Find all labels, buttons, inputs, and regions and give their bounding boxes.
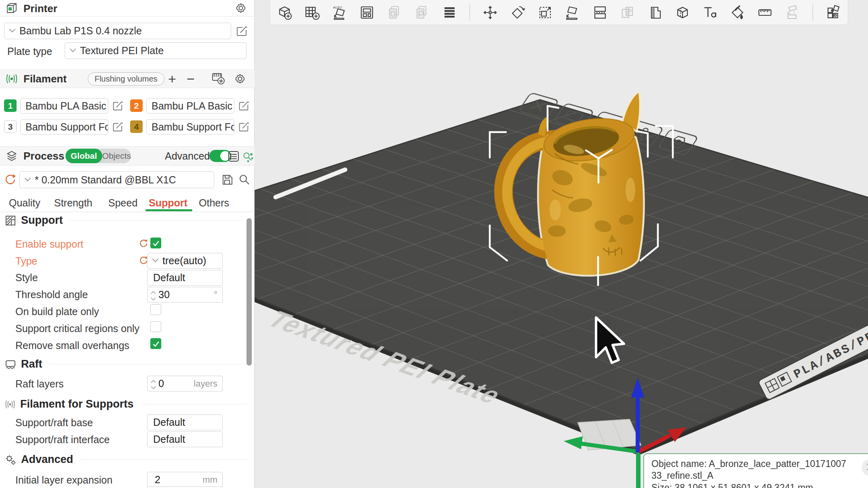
scope-objects[interactable]: Objects [102, 151, 131, 161]
critical-regions-label: Support critical regions only [15, 323, 139, 334]
paste-icon[interactable] [413, 4, 431, 21]
toolbar-separator [813, 4, 813, 21]
assembly-icon[interactable] [784, 4, 801, 21]
support-paint-icon[interactable] [646, 4, 664, 21]
color-paint-icon[interactable] [729, 4, 746, 21]
advanced-group-title: Advanced [21, 453, 73, 466]
chevron-down-icon [152, 256, 159, 263]
process-section-title: Process [23, 150, 64, 162]
remove-overhangs-checkbox[interactable] [150, 338, 161, 349]
axis-green-arrow [564, 436, 583, 449]
support-raft-interface-select[interactable]: Default [147, 431, 223, 447]
tab-speed[interactable]: Speed [108, 197, 137, 209]
rotate-icon[interactable] [509, 4, 527, 21]
mirror-icon[interactable] [619, 4, 636, 21]
threshold-angle-input[interactable]: 30 ° [147, 287, 223, 303]
enable-support-checkbox[interactable] [150, 238, 161, 248]
panel-scrollbar[interactable] [246, 218, 252, 366]
initial-layer-expansion-label: Initial layer expansion [15, 474, 112, 486]
measure-icon[interactable] [756, 4, 774, 21]
cut-icon[interactable] [591, 4, 609, 21]
tab-support[interactable]: Support [149, 197, 188, 209]
active-tab-underline [145, 209, 192, 211]
text-tool-icon[interactable] [701, 4, 719, 21]
copy-icon[interactable] [386, 4, 403, 21]
variable-layer-height-icon[interactable] [440, 4, 458, 21]
plate-type-label: Plate type [7, 46, 52, 57]
flushing-volumes-button[interactable]: Flushing volumes [88, 72, 164, 86]
build-plate-only-label: On build plate only [15, 306, 99, 318]
critical-regions-checkbox[interactable] [150, 321, 161, 332]
process-preset-select[interactable]: * 0.20mm Standard @BBL X1C [19, 171, 214, 188]
tab-quality[interactable]: Quality [9, 197, 40, 209]
raft-layers-input[interactable]: 0 layers [147, 376, 223, 391]
support-style-select[interactable]: Default [147, 270, 223, 286]
filament-icon [6, 73, 18, 85]
ams-sync-icon[interactable] [211, 72, 225, 86]
reset-enable-support-icon[interactable] [138, 238, 149, 249]
spinner-arrows-icon[interactable] [152, 290, 155, 300]
filament-edit-icon-1[interactable] [112, 99, 124, 111]
filament-chip-1[interactable]: 1 [4, 99, 17, 112]
filament-edit-icon-4[interactable] [238, 120, 250, 133]
support-raft-base-select[interactable]: Default [147, 414, 223, 430]
seam-paint-icon[interactable] [674, 4, 691, 21]
tab-others[interactable]: Others [199, 197, 229, 209]
spinner-arrows-icon[interactable] [152, 379, 155, 389]
tab-strength[interactable]: Strength [54, 197, 93, 209]
plate-type-select[interactable]: Textured PEI Plate [65, 42, 246, 59]
filament-select-3[interactable]: Bambu Support For ... [20, 119, 108, 135]
raft-layers-label: Raft layers [15, 378, 63, 390]
add-plate-icon[interactable] [303, 4, 321, 21]
printer-edit-icon[interactable] [235, 24, 248, 37]
raft-layers-unit: layers [194, 379, 217, 389]
parameter-list-icon[interactable] [227, 150, 240, 163]
tooltip-object-name: Object name: A_bronze_lace_patter_101710… [651, 458, 849, 482]
arrange-icon[interactable] [358, 4, 376, 21]
printer-preset-value: Bambu Lab P1S 0.4 nozzle [19, 25, 142, 37]
raft-group-title: Raft [21, 358, 42, 370]
parameter-search-icon[interactable] [242, 151, 254, 163]
split-icon[interactable] [824, 4, 842, 21]
enable-support-label: Enable support [15, 238, 83, 250]
filament-select-1[interactable]: Bambu PLA Basic [20, 98, 108, 114]
remove-filament-button[interactable]: − [187, 71, 195, 87]
chevron-down-icon [9, 26, 16, 33]
search-preset-icon[interactable] [238, 173, 251, 186]
filament-edit-icon-2[interactable] [238, 99, 250, 111]
lay-on-face-icon[interactable] [564, 4, 581, 21]
chevron-down-icon [70, 46, 76, 53]
add-object-icon[interactable] [276, 4, 293, 21]
advanced-section-icon [5, 454, 16, 465]
filament-section-title: Filament [23, 73, 67, 85]
save-preset-icon[interactable] [221, 173, 234, 186]
raft-section-icon [5, 359, 16, 370]
printer-settings-gear-icon[interactable] [234, 2, 247, 15]
auto-orient-icon[interactable]: AUTO [331, 4, 348, 21]
add-filament-button[interactable]: + [168, 71, 176, 87]
move-icon[interactable] [481, 4, 499, 21]
scale-icon[interactable] [536, 4, 554, 21]
reset-process-icon[interactable] [3, 173, 17, 187]
support-raft-interface-label: Support/raft interface [15, 434, 110, 446]
tooltip-close-icon[interactable]: ✕ [862, 459, 868, 476]
support-raft-base-label: Support/raft base [15, 417, 93, 429]
scope-global[interactable]: Global [65, 149, 102, 163]
filament-settings-gear-icon[interactable] [234, 72, 246, 85]
process-preset-value: * 0.20mm Standard @BBL X1C [35, 174, 176, 186]
initial-layer-expansion-input[interactable]: 2 mm [147, 472, 223, 488]
next-input-partial [147, 486, 223, 488]
printer-preset-select[interactable]: Bambu Lab P1S 0.4 nozzle [4, 23, 231, 39]
filament-chip-4[interactable]: 4 [130, 120, 143, 133]
viewport-3d[interactable]: Textured PEI Plate PLA/ABS/PETG [255, 0, 868, 488]
filament-select-4[interactable]: Bambu Support For ... [146, 119, 234, 135]
filament-edit-icon-3[interactable] [112, 120, 124, 133]
support-type-select[interactable]: tree(auto) [147, 253, 223, 269]
filament-select-2[interactable]: Bambu PLA Basic [146, 98, 234, 114]
process-scope-toggle[interactable]: Global Objects [65, 149, 131, 163]
advanced-toggle-label: Advanced [165, 150, 210, 162]
filament-chip-3[interactable]: 3 [4, 120, 17, 133]
filament-chip-2[interactable]: 2 [130, 99, 143, 112]
build-plate-only-checkbox[interactable] [150, 304, 161, 315]
support-group-title: Support [21, 214, 63, 227]
